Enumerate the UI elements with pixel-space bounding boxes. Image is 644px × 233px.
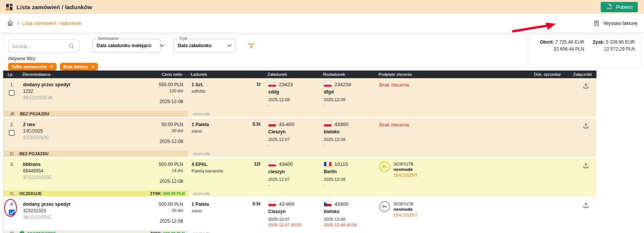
cargo-quantity: 1 Paleta bbox=[192, 201, 241, 208]
xls-file-icon: XLS bbox=[606, 3, 613, 10]
upload-attachment-icon[interactable] bbox=[582, 121, 590, 130]
home-icon[interactable] bbox=[7, 20, 14, 27]
loading-extra: - bbox=[268, 143, 320, 148]
loading-city: Cieszyn bbox=[268, 129, 320, 135]
unloading-postcode: 10115 bbox=[334, 161, 348, 167]
row-checkbox[interactable] bbox=[9, 90, 15, 96]
dispatcher-badge: JK bbox=[10, 112, 15, 116]
loading-postcode: 43-400 bbox=[279, 121, 294, 127]
unloading-date: 2025-12-08 bbox=[324, 177, 375, 182]
dispatcher-badge: IC bbox=[10, 191, 14, 196]
download-xls-button[interactable]: XLS Pobierz bbox=[601, 2, 638, 12]
calculator-icon bbox=[593, 20, 600, 27]
remove-filter-icon[interactable]: ✕ bbox=[50, 64, 53, 69]
filter-card: Sortowanie Data załadunku malejąco Tryb … bbox=[3, 34, 527, 68]
net-price: 50.00 PLN bbox=[142, 121, 183, 128]
upload-attachment-icon[interactable] bbox=[582, 201, 590, 210]
row-number: 1 bbox=[10, 82, 13, 88]
cargo-description: siano bbox=[192, 128, 241, 134]
app-top-bar: Lista zamówień / ładunków XLS Pobierz bbox=[0, 0, 644, 14]
unloading-place: 10115 Berlin 2025-12-08 - bbox=[320, 161, 375, 187]
download-label: Pobierz bbox=[616, 4, 633, 10]
unloading-postcode: 43300 bbox=[334, 201, 348, 207]
row-number: 2 bbox=[10, 121, 13, 128]
loading-date: 2025-12-07 bbox=[268, 217, 320, 222]
sort-select[interactable]: Sortowanie Data załadunku malejąco bbox=[92, 39, 161, 53]
svg-text:XLS: XLS bbox=[607, 7, 611, 10]
order-ref: 37/12/2025/IC bbox=[23, 174, 138, 181]
search-icon[interactable] bbox=[68, 42, 75, 50]
unloading-flag bbox=[324, 122, 332, 127]
payment-terms: 14 dni bbox=[142, 168, 183, 174]
status-label: BEZ POJAZDU bbox=[20, 151, 49, 156]
loading-alert-time: 2025-12-07 00:00 bbox=[268, 223, 320, 227]
mode-select[interactable]: Tryb Data załadunku bbox=[174, 39, 236, 53]
breadcrumb-current[interactable]: Lista zamówień / ładunków bbox=[22, 20, 82, 26]
header-cargo: Ładunek bbox=[187, 72, 241, 77]
truck-icon bbox=[379, 161, 390, 172]
loading-place: 43-400 Cieszyn 2025-12-07 - bbox=[264, 121, 320, 148]
search-input[interactable] bbox=[12, 43, 68, 49]
search-box[interactable] bbox=[8, 39, 79, 53]
client-name: 2 nex bbox=[23, 121, 138, 128]
cargo-quantity: 1 Szt. bbox=[192, 82, 241, 88]
loading-city: sddg bbox=[268, 89, 320, 95]
dispatcher-badge: IC bbox=[10, 151, 14, 156]
status-label: ZAKOŃCZONE bbox=[27, 231, 56, 233]
client-name: dodany przez spedyt bbox=[23, 82, 138, 88]
transport-order-ref[interactable]: 19/IC/2025/T bbox=[393, 212, 418, 218]
client-id: 323232323 bbox=[23, 208, 138, 214]
net-price: 500.00 PLN bbox=[142, 201, 183, 208]
transport-order-ref[interactable]: 18/IC/2025/T bbox=[393, 172, 418, 178]
unloading-city: Berlin bbox=[324, 169, 375, 174]
upload-attachment-icon[interactable] bbox=[582, 82, 590, 90]
filter-chip[interactable]: Tylko zaznaczone✕ bbox=[8, 63, 57, 71]
footer-carrier: nexmode bbox=[193, 191, 210, 196]
no-order-label: Brak zlecenia bbox=[379, 82, 520, 88]
unloading-city: dfgd bbox=[324, 89, 375, 95]
table-row[interactable]: 3 bbtrans 65445554 37/12/2025/IC 500.00 … bbox=[3, 158, 596, 197]
turnover-eur: Obrót: 7 725.49 EUR bbox=[540, 39, 584, 45]
net-price: 555.00 PLN bbox=[142, 82, 183, 88]
row-profit: ZYSK: 500.00 PLN bbox=[150, 191, 185, 196]
header-orders: Podpięte zlecenia bbox=[375, 72, 519, 77]
client-id: 65445554 bbox=[23, 168, 138, 174]
upload-attachment-icon[interactable] bbox=[582, 161, 590, 170]
linked-order[interactable]: SCI87U7B nexmode 18/IC/2025/T bbox=[379, 161, 520, 178]
client-name: dodany przez spedyt bbox=[23, 201, 138, 208]
row-checkbox[interactable] bbox=[9, 130, 15, 136]
active-filter-chips: Tylko zaznaczone✕Brak faktury✕ bbox=[8, 63, 522, 71]
price-date: 2025-12-08 bbox=[142, 179, 183, 184]
table-header-row: Lp. Zleceniodawca Cena netto Ładunek Zał… bbox=[3, 71, 596, 78]
footer-carrier: nexmode bbox=[193, 151, 210, 156]
price-date: 2025-12-08 bbox=[142, 218, 183, 224]
footer-carrier: nexmode bbox=[193, 112, 210, 116]
footer-carrier: nexmode bbox=[193, 231, 210, 233]
profit-pln: 22 572.29 PLN bbox=[593, 46, 635, 52]
unloading-extra: - bbox=[324, 103, 375, 108]
sales-doc-cell bbox=[520, 82, 566, 108]
status-label: BEZ POJAZDU bbox=[20, 112, 49, 116]
loading-flag bbox=[268, 82, 276, 87]
unloading-place: 234234 dfgd 2025-12-08 - bbox=[320, 82, 375, 108]
issue-invoice-label: Wystaw fakturę bbox=[603, 20, 637, 26]
filter-funnel-icon[interactable] bbox=[247, 41, 256, 51]
loading-city: Cieszyn bbox=[268, 209, 320, 214]
linked-order[interactable]: SCI87U7B nexmode 19/IC/2025/T bbox=[379, 201, 520, 218]
chevron-down-icon bbox=[227, 44, 232, 47]
unloading-city: bielsko bbox=[324, 129, 375, 135]
remove-filter-icon[interactable]: ✕ bbox=[91, 64, 95, 69]
unloading-date: 2025-12-08 bbox=[324, 217, 375, 222]
row-status-footer: IC OCZEKUJE ZYSK: 500.00 PLN nexmode bbox=[4, 190, 596, 197]
table-row[interactable]: 2 2 nex 1/IC/2025 2/12/2025/IC 50.00 PLN… bbox=[3, 118, 596, 157]
cargo-weight: 1t bbox=[241, 82, 264, 108]
table-row[interactable]: 1 dodany przez spedyt 1232 39/12/2025/JK… bbox=[3, 78, 596, 117]
filter-chip[interactable]: Brak faktury✕ bbox=[60, 63, 98, 71]
issue-invoice-button[interactable]: Wystaw fakturę bbox=[593, 20, 637, 27]
loading-extra: - bbox=[268, 183, 320, 187]
loading-flag bbox=[268, 202, 276, 207]
unloading-flag bbox=[324, 82, 332, 87]
row-checkbox[interactable] bbox=[9, 210, 15, 215]
table-row[interactable]: 4 dodany przez spedyt 323232323 38/12/20… bbox=[3, 198, 596, 233]
cargo-quantity: 1 Paleta bbox=[192, 121, 241, 128]
